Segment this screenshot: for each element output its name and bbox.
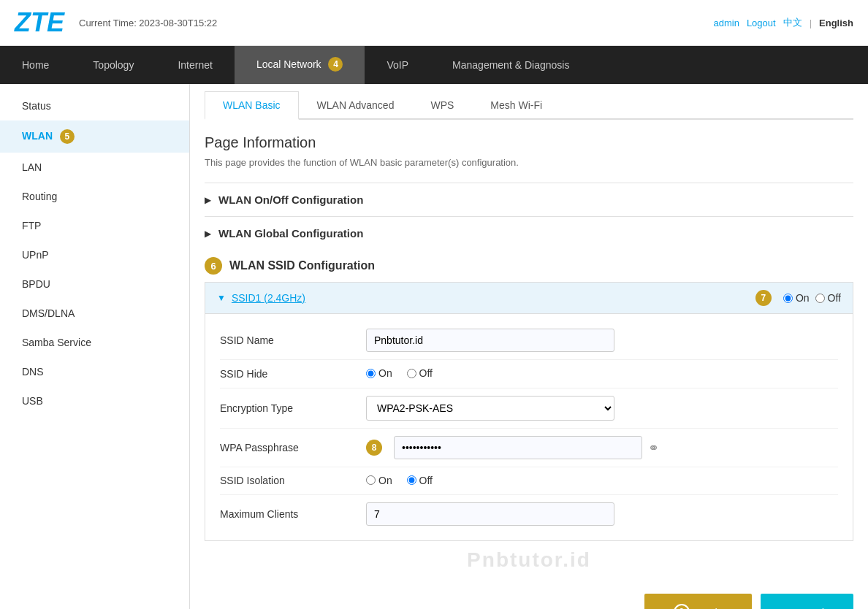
tab-wlan-basic[interactable]: WLAN Basic <box>205 91 299 120</box>
label-max-clients: Maximum Clients <box>220 508 366 520</box>
sidebar-item-routing[interactable]: Routing <box>0 182 189 211</box>
arrow-icon-global: ▶ <box>205 229 211 239</box>
sidebar-item-samba[interactable]: Samba Service <box>0 328 189 357</box>
section-global-title: WLAN Global Configuration <box>218 227 363 240</box>
sidebar-wlan-badge: 5 <box>60 129 75 144</box>
header: ZTE Current Time: 2023-08-30T15:22 admin… <box>0 0 868 46</box>
watermark: Pnbtutor.id <box>205 541 853 579</box>
ssid-off-text: Off <box>828 292 841 304</box>
nav-home[interactable]: Home <box>0 47 71 83</box>
form-row-passphrase: WPA Passphrase 8 ⚭ <box>220 429 838 467</box>
ssid-hide-off-label[interactable]: Off <box>407 367 433 379</box>
passphrase-wrapper: 8 ⚭ <box>366 436 838 459</box>
label-isolation: SSID Isolation <box>220 475 366 486</box>
encryption-select[interactable]: WPA2-PSK-AES WPA-PSK-TKIP WPA/WPA2-PSK N… <box>366 396 614 421</box>
isolation-on-label[interactable]: On <box>366 475 392 486</box>
label-encryption: Encryption Type <box>220 402 366 414</box>
passphrase-badge: 8 <box>366 440 382 456</box>
zte-logo: ZTE <box>15 7 64 38</box>
tab-bar: WLAN Basic WLAN Advanced WPS Mesh Wi-Fi <box>205 84 853 120</box>
nav-internet[interactable]: Internet <box>156 47 234 83</box>
isolation-on-radio[interactable] <box>366 475 376 485</box>
main-nav: Home Topology Internet Local Network 4 V… <box>0 46 868 84</box>
ssid-on-text: On <box>796 292 810 304</box>
ssid-panel: ▼ SSID1 (2.4GHz) 7 On Off <box>205 282 853 541</box>
cancel-button[interactable]: Cancel <box>761 594 853 609</box>
ssid-hide-off-radio[interactable] <box>407 369 416 378</box>
control-isolation: On Off <box>366 475 838 488</box>
lang-en[interactable]: English <box>819 18 853 28</box>
tab-wlan-advanced[interactable]: WLAN Advanced <box>299 91 413 120</box>
max-clients-input[interactable] <box>366 502 614 526</box>
tab-wps[interactable]: WPS <box>412 91 472 120</box>
sidebar-item-lan[interactable]: LAN <box>0 153 189 182</box>
main-content: WLAN Basic WLAN Advanced WPS Mesh Wi-Fi … <box>190 84 868 609</box>
apply-button[interactable]: 9 Apply <box>644 594 753 609</box>
ssid-off-label[interactable]: Off <box>815 292 841 304</box>
ssid-hide-on-radio[interactable] <box>366 369 376 378</box>
label-passphrase: WPA Passphrase <box>220 442 366 453</box>
section-wlan-onoff[interactable]: ▶ WLAN On/Off Configuration <box>205 183 853 216</box>
form-row-ssid-name: SSID Name <box>220 321 838 360</box>
ssid-off-radio[interactable] <box>815 294 825 303</box>
nav-local-network-badge: 4 <box>328 57 343 72</box>
lang-separator: | <box>810 18 812 28</box>
sidebar-item-status[interactable]: Status <box>0 91 189 120</box>
ssid-form: SSID Name SSID Hide On <box>205 314 853 540</box>
header-right: admin Logout 中文 | English <box>713 16 853 29</box>
ssid-on-radio[interactable] <box>783 294 793 303</box>
toggle-password-icon[interactable]: ⚭ <box>648 440 659 456</box>
ssid-hide-off-text: Off <box>419 367 433 379</box>
label-ssid-hide: SSID Hide <box>220 368 366 380</box>
ssid-hide-on-text: On <box>378 367 392 379</box>
nav-voip[interactable]: VoIP <box>365 47 430 83</box>
form-row-max-clients: Maximum Clients <box>220 495 838 533</box>
apply-label: Apply <box>696 606 723 610</box>
arrow-icon-onoff: ▶ <box>205 195 211 205</box>
form-row-encryption: Encryption Type WPA2-PSK-AES WPA-PSK-TKI… <box>220 388 838 429</box>
nav-management[interactable]: Management & Diagnosis <box>430 47 591 83</box>
section-wlan-global[interactable]: ▶ WLAN Global Configuration <box>205 216 853 250</box>
form-row-ssid-hide: SSID Hide On Off <box>220 360 838 388</box>
logout-link[interactable]: Logout <box>747 18 776 28</box>
passphrase-input[interactable] <box>394 436 642 459</box>
sidebar-item-usb[interactable]: USB <box>0 386 189 415</box>
tab-mesh-wifi[interactable]: Mesh Wi-Fi <box>472 91 560 120</box>
lang-cn-link[interactable]: 中文 <box>783 16 802 29</box>
ssid-config-header: 6 WLAN SSID Configuration <box>205 257 853 275</box>
ssid-name-input[interactable] <box>366 329 614 352</box>
sidebar-item-bpdu[interactable]: BPDU <box>0 269 189 299</box>
current-time: Current Time: 2023-08-30T15:22 <box>79 18 713 28</box>
form-row-isolation: SSID Isolation On Off <box>220 467 838 496</box>
control-ssid-hide: On Off <box>366 367 838 380</box>
ssid-on-label[interactable]: On <box>783 292 810 304</box>
sidebar-item-ftp[interactable]: FTP <box>0 211 189 240</box>
apply-badge: 9 <box>674 604 690 609</box>
ssid-config-badge: 6 <box>205 257 222 275</box>
nav-local-network[interactable]: Local Network 4 <box>235 46 365 84</box>
control-passphrase: 8 ⚭ <box>366 436 838 459</box>
sidebar-item-wlan[interactable]: WLAN 5 <box>0 120 189 153</box>
nav-topology[interactable]: Topology <box>71 47 156 83</box>
sidebar-item-upnp[interactable]: UPnP <box>0 240 189 269</box>
isolation-off-label[interactable]: Off <box>407 475 433 486</box>
ssid-panel-header: ▼ SSID1 (2.4GHz) 7 On Off <box>205 283 853 314</box>
control-max-clients <box>366 502 838 526</box>
sidebar-item-dns[interactable]: DNS <box>0 357 189 386</box>
panel-arrow-icon: ▼ <box>217 293 226 303</box>
page-description: This page provides the function of WLAN … <box>205 157 853 168</box>
layout: Status WLAN 5 LAN Routing FTP UPnP BPDU … <box>0 84 868 609</box>
isolation-off-radio[interactable] <box>407 475 416 485</box>
ssid-radio-badge: 7 <box>755 290 772 306</box>
admin-link[interactable]: admin <box>713 18 739 28</box>
isolation-off-text: Off <box>419 475 433 486</box>
button-row: 9 Apply Cancel <box>205 579 853 609</box>
ssid-hide-on-label[interactable]: On <box>366 367 392 379</box>
sidebar: Status WLAN 5 LAN Routing FTP UPnP BPDU … <box>0 84 190 609</box>
sidebar-item-dms-dlna[interactable]: DMS/DLNA <box>0 299 189 328</box>
ssid-panel-title[interactable]: SSID1 (2.4GHz) <box>232 292 536 304</box>
control-ssid-name <box>366 329 838 352</box>
control-encryption: WPA2-PSK-AES WPA-PSK-TKIP WPA/WPA2-PSK N… <box>366 396 838 421</box>
label-ssid-name: SSID Name <box>220 334 366 346</box>
page-title: Page Information <box>205 134 853 151</box>
